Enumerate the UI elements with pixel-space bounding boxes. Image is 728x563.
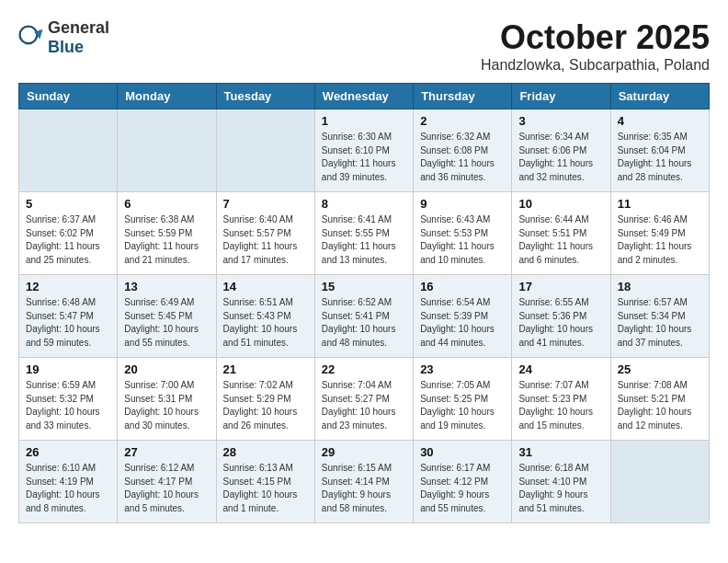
page-header: General Blue October 2025 Handzlowka, Su… [18,18,710,74]
weekday-header-sunday: Sunday [19,84,118,109]
calendar-cell: 10Sunrise: 6:44 AM Sunset: 5:51 PM Dayli… [512,192,610,275]
calendar-cell: 15Sunrise: 6:52 AM Sunset: 5:41 PM Dayli… [314,275,413,358]
cell-info: Sunrise: 7:04 AM Sunset: 5:27 PM Dayligh… [322,379,406,432]
svg-point-0 [20,27,38,44]
day-number: 15 [322,280,406,293]
calendar-cell [610,441,709,523]
title-area: October 2025 Handzlowka, Subcarpathia, P… [481,18,710,74]
calendar-cell: 16Sunrise: 6:54 AM Sunset: 5:39 PM Dayli… [414,275,512,358]
day-number: 12 [26,280,110,293]
calendar-week-row: 19Sunrise: 6:59 AM Sunset: 5:32 PM Dayli… [19,358,710,441]
calendar-cell: 3Sunrise: 6:34 AM Sunset: 6:06 PM Daylig… [512,109,610,192]
cell-info: Sunrise: 6:57 AM Sunset: 5:34 PM Dayligh… [618,296,702,350]
calendar-cell: 6Sunrise: 6:38 AM Sunset: 5:59 PM Daylig… [118,192,216,275]
calendar-cell [118,109,216,192]
day-number: 26 [26,445,110,459]
calendar-cell: 20Sunrise: 7:00 AM Sunset: 5:31 PM Dayli… [118,358,216,441]
weekday-header-tuesday: Tuesday [216,84,314,109]
cell-info: Sunrise: 7:02 AM Sunset: 5:29 PM Dayligh… [223,379,308,432]
day-number: 8 [322,197,406,211]
calendar-cell: 7Sunrise: 6:40 AM Sunset: 5:57 PM Daylig… [216,192,314,275]
calendar-cell: 23Sunrise: 7:05 AM Sunset: 5:25 PM Dayli… [414,358,512,441]
day-number: 31 [518,445,603,459]
calendar-cell: 24Sunrise: 7:07 AM Sunset: 5:23 PM Dayli… [512,358,610,441]
day-number: 30 [420,445,505,459]
cell-info: Sunrise: 6:54 AM Sunset: 5:39 PM Dayligh… [420,296,505,350]
cell-info: Sunrise: 6:52 AM Sunset: 5:41 PM Dayligh… [322,296,406,350]
day-number: 9 [420,197,505,211]
day-number: 1 [322,114,406,128]
calendar-week-row: 12Sunrise: 6:48 AM Sunset: 5:47 PM Dayli… [19,275,710,358]
cell-info: Sunrise: 6:37 AM Sunset: 6:02 PM Dayligh… [26,213,110,267]
calendar-cell: 4Sunrise: 6:35 AM Sunset: 6:04 PM Daylig… [610,109,709,192]
calendar-cell: 29Sunrise: 6:15 AM Sunset: 4:14 PM Dayli… [314,441,413,523]
cell-info: Sunrise: 7:07 AM Sunset: 5:23 PM Dayligh… [518,379,603,432]
location-text: Handzlowka, Subcarpathia, Poland [481,57,710,74]
cell-info: Sunrise: 6:18 AM Sunset: 4:10 PM Dayligh… [518,462,603,515]
day-number: 20 [124,362,209,376]
cell-info: Sunrise: 7:00 AM Sunset: 5:31 PM Dayligh… [124,379,209,432]
cell-info: Sunrise: 6:17 AM Sunset: 4:12 PM Dayligh… [420,462,505,515]
calendar-cell: 19Sunrise: 6:59 AM Sunset: 5:32 PM Dayli… [19,358,118,441]
logo-blue-text: Blue [48,38,84,56]
day-number: 21 [223,362,308,376]
calendar-cell: 9Sunrise: 6:43 AM Sunset: 5:53 PM Daylig… [414,192,512,275]
calendar-cell: 13Sunrise: 6:49 AM Sunset: 5:45 PM Dayli… [118,275,216,358]
cell-info: Sunrise: 6:59 AM Sunset: 5:32 PM Dayligh… [26,379,110,432]
day-number: 16 [420,280,505,293]
calendar-cell [216,109,314,192]
calendar-cell: 14Sunrise: 6:51 AM Sunset: 5:43 PM Dayli… [216,275,314,358]
day-number: 19 [26,362,110,376]
cell-info: Sunrise: 6:55 AM Sunset: 5:36 PM Dayligh… [518,296,603,350]
logo-general-text: General [48,18,109,37]
cell-info: Sunrise: 6:12 AM Sunset: 4:17 PM Dayligh… [124,462,209,515]
cell-info: Sunrise: 6:15 AM Sunset: 4:14 PM Dayligh… [322,462,406,515]
cell-info: Sunrise: 6:35 AM Sunset: 6:04 PM Dayligh… [618,131,702,184]
weekday-header-row: SundayMondayTuesdayWednesdayThursdayFrid… [19,84,710,109]
day-number: 14 [223,280,308,293]
day-number: 10 [518,197,603,211]
cell-info: Sunrise: 6:40 AM Sunset: 5:57 PM Dayligh… [223,213,308,267]
day-number: 2 [420,114,505,128]
calendar-cell: 17Sunrise: 6:55 AM Sunset: 5:36 PM Dayli… [512,275,610,358]
calendar-cell: 27Sunrise: 6:12 AM Sunset: 4:17 PM Dayli… [118,441,216,523]
weekday-header-monday: Monday [118,84,216,109]
cell-info: Sunrise: 6:49 AM Sunset: 5:45 PM Dayligh… [124,296,209,350]
calendar-cell: 26Sunrise: 6:10 AM Sunset: 4:19 PM Dayli… [19,441,118,523]
cell-info: Sunrise: 6:43 AM Sunset: 5:53 PM Dayligh… [420,213,505,267]
cell-info: Sunrise: 6:51 AM Sunset: 5:43 PM Dayligh… [223,296,308,350]
calendar-cell: 31Sunrise: 6:18 AM Sunset: 4:10 PM Dayli… [512,441,610,523]
day-number: 29 [322,445,406,459]
cell-info: Sunrise: 6:10 AM Sunset: 4:19 PM Dayligh… [26,462,110,515]
calendar-cell: 25Sunrise: 7:08 AM Sunset: 5:21 PM Dayli… [610,358,709,441]
cell-info: Sunrise: 6:44 AM Sunset: 5:51 PM Dayligh… [518,213,603,267]
cell-info: Sunrise: 6:46 AM Sunset: 5:49 PM Dayligh… [618,213,702,267]
calendar-week-row: 26Sunrise: 6:10 AM Sunset: 4:19 PM Dayli… [19,441,710,523]
logo-icon [18,25,44,51]
day-number: 6 [124,197,209,211]
calendar-cell [19,109,118,192]
weekday-header-saturday: Saturday [610,84,709,109]
day-number: 24 [518,362,603,376]
day-number: 7 [223,197,308,211]
cell-info: Sunrise: 6:13 AM Sunset: 4:15 PM Dayligh… [223,462,308,515]
cell-info: Sunrise: 6:32 AM Sunset: 6:08 PM Dayligh… [420,131,505,184]
logo: General Blue [18,18,109,57]
cell-info: Sunrise: 6:48 AM Sunset: 5:47 PM Dayligh… [26,296,110,350]
cell-info: Sunrise: 7:05 AM Sunset: 5:25 PM Dayligh… [420,379,505,432]
calendar-cell: 22Sunrise: 7:04 AM Sunset: 5:27 PM Dayli… [314,358,413,441]
weekday-header-friday: Friday [512,84,610,109]
day-number: 13 [124,280,209,293]
calendar-cell: 2Sunrise: 6:32 AM Sunset: 6:08 PM Daylig… [414,109,512,192]
calendar-week-row: 5Sunrise: 6:37 AM Sunset: 6:02 PM Daylig… [19,192,710,275]
month-title: October 2025 [481,18,710,57]
calendar-cell: 1Sunrise: 6:30 AM Sunset: 6:10 PM Daylig… [314,109,413,192]
calendar-cell: 30Sunrise: 6:17 AM Sunset: 4:12 PM Dayli… [414,441,512,523]
calendar-week-row: 1Sunrise: 6:30 AM Sunset: 6:10 PM Daylig… [19,109,710,192]
cell-info: Sunrise: 6:30 AM Sunset: 6:10 PM Dayligh… [322,131,406,184]
day-number: 11 [618,197,702,211]
day-number: 25 [618,362,702,376]
cell-info: Sunrise: 6:34 AM Sunset: 6:06 PM Dayligh… [518,131,603,184]
day-number: 27 [124,445,209,459]
weekday-header-thursday: Thursday [414,84,512,109]
